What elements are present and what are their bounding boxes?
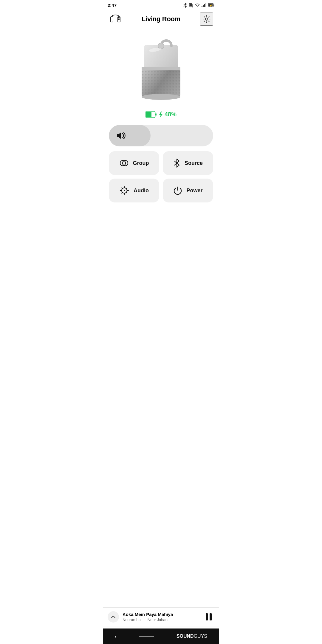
svg-rect-4: [205, 3, 206, 7]
app-logo-icon: [109, 13, 122, 26]
svg-line-36: [126, 192, 127, 193]
svg-line-34: [126, 188, 127, 189]
svg-line-33: [122, 188, 123, 189]
svg-point-13: [205, 18, 208, 20]
bell-muted-icon: [189, 3, 193, 8]
status-icons: ⚡: [183, 2, 214, 8]
bluetooth-status-icon: [183, 2, 187, 8]
main-content: 48% Group Source: [103, 30, 219, 245]
status-time: 2:47: [108, 3, 117, 8]
svg-rect-1: [202, 6, 202, 7]
gear-icon: [202, 15, 211, 23]
svg-rect-24: [155, 113, 157, 116]
group-button[interactable]: Group: [109, 151, 159, 175]
power-button[interactable]: Power: [163, 179, 213, 202]
battery-percentage: 48%: [165, 111, 177, 118]
speaker-image: [133, 33, 189, 102]
source-button[interactable]: Source: [163, 151, 213, 175]
signal-icon: [202, 3, 206, 7]
group-label: Group: [133, 160, 149, 166]
speaker-image-container: [103, 30, 219, 105]
svg-rect-18: [142, 69, 180, 97]
svg-rect-9: [111, 17, 113, 22]
svg-rect-11: [118, 17, 120, 18]
power-icon: [173, 186, 182, 195]
battery-level-icon: [145, 111, 157, 118]
svg-rect-3: [204, 4, 205, 7]
audio-label: Audio: [134, 188, 149, 194]
volume-slider[interactable]: [109, 125, 213, 146]
header-logo[interactable]: [109, 13, 122, 26]
svg-rect-12: [118, 19, 120, 20]
svg-rect-25: [146, 112, 151, 117]
app-header: Living Room: [103, 9, 219, 30]
wifi-icon: [195, 3, 200, 7]
svg-point-29: [124, 190, 125, 191]
page-title: Living Room: [142, 15, 180, 23]
settings-button[interactable]: [200, 13, 213, 26]
svg-point-19: [142, 94, 180, 100]
charging-bolt-icon: [159, 111, 163, 118]
svg-rect-20: [142, 67, 180, 70]
audio-button[interactable]: Audio: [109, 179, 159, 202]
audio-eq-icon: [119, 186, 129, 195]
group-icon: [119, 158, 129, 168]
svg-rect-2: [203, 5, 204, 7]
volume-fill: [109, 125, 151, 146]
svg-text:⚡: ⚡: [209, 4, 212, 7]
source-label: Source: [185, 160, 203, 166]
status-bar: 2:47 ⚡: [103, 0, 219, 9]
controls-grid: Group Source: [109, 151, 213, 202]
volume-icon: [116, 131, 127, 140]
svg-line-35: [122, 192, 123, 193]
battery-status-charging-icon: ⚡: [208, 3, 214, 7]
svg-rect-7: [214, 4, 214, 6]
battery-status-container: 48%: [103, 105, 219, 125]
speaker-volume-icon: [116, 131, 127, 140]
bluetooth-icon: [173, 158, 180, 168]
power-label: Power: [186, 188, 202, 194]
